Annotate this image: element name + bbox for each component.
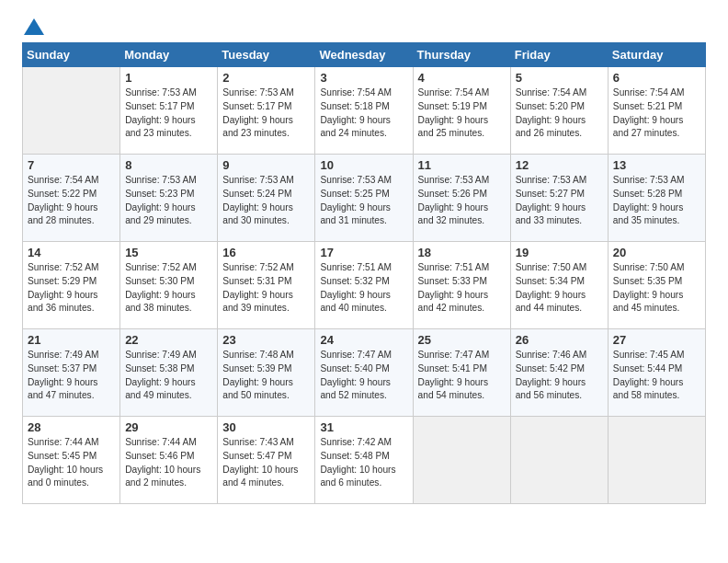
cell-info: Sunrise: 7:45 AMSunset: 5:44 PMDaylight:… xyxy=(613,350,685,400)
calendar-cell xyxy=(413,417,510,504)
cell-info: Sunrise: 7:53 AMSunset: 5:27 PMDaylight:… xyxy=(516,175,587,225)
calendar-cell: 31Sunrise: 7:42 AMSunset: 5:48 PMDayligh… xyxy=(315,417,413,504)
day-number: 11 xyxy=(418,158,506,172)
cell-info: Sunrise: 7:43 AMSunset: 5:47 PMDaylight:… xyxy=(222,437,298,488)
calendar-cell: 2Sunrise: 7:53 AMSunset: 5:17 PMDaylight… xyxy=(218,67,315,155)
day-number: 18 xyxy=(418,246,506,259)
cell-info: Sunrise: 7:52 AMSunset: 5:30 PMDaylight:… xyxy=(125,262,197,313)
calendar-week-5: 28Sunrise: 7:44 AMSunset: 5:45 PMDayligh… xyxy=(23,417,706,504)
day-number: 25 xyxy=(418,333,506,347)
cell-info: Sunrise: 7:47 AMSunset: 5:40 PMDaylight:… xyxy=(320,350,392,400)
cell-info: Sunrise: 7:49 AMSunset: 5:37 PMDaylight:… xyxy=(28,350,99,400)
day-number: 31 xyxy=(320,420,407,434)
cell-info: Sunrise: 7:49 AMSunset: 5:38 PMDaylight:… xyxy=(125,350,197,400)
weekday-header-tuesday: Tuesday xyxy=(218,43,315,67)
day-number: 16 xyxy=(222,246,310,259)
calendar-cell xyxy=(510,417,608,504)
calendar-cell: 18Sunrise: 7:51 AMSunset: 5:33 PMDayligh… xyxy=(413,242,510,329)
cell-info: Sunrise: 7:44 AMSunset: 5:45 PMDaylight:… xyxy=(28,437,103,488)
calendar-cell: 29Sunrise: 7:44 AMSunset: 5:46 PMDayligh… xyxy=(120,417,218,504)
day-number: 20 xyxy=(613,246,700,259)
day-number: 21 xyxy=(28,333,115,347)
calendar-cell: 8Sunrise: 7:53 AMSunset: 5:23 PMDaylight… xyxy=(120,155,218,242)
calendar-cell: 27Sunrise: 7:45 AMSunset: 5:44 PMDayligh… xyxy=(608,329,705,417)
calendar-cell: 9Sunrise: 7:53 AMSunset: 5:24 PMDaylight… xyxy=(218,155,315,242)
cell-info: Sunrise: 7:54 AMSunset: 5:18 PMDaylight:… xyxy=(320,87,392,138)
calendar-cell: 21Sunrise: 7:49 AMSunset: 5:37 PMDayligh… xyxy=(23,329,120,417)
day-number: 29 xyxy=(125,420,212,434)
day-number: 6 xyxy=(613,71,700,85)
calendar-cell: 4Sunrise: 7:54 AMSunset: 5:19 PMDaylight… xyxy=(413,67,510,155)
calendar-cell: 7Sunrise: 7:54 AMSunset: 5:22 PMDaylight… xyxy=(23,155,120,242)
cell-info: Sunrise: 7:54 AMSunset: 5:20 PMDaylight:… xyxy=(516,87,587,138)
calendar-cell: 6Sunrise: 7:54 AMSunset: 5:21 PMDaylight… xyxy=(608,67,705,155)
cell-info: Sunrise: 7:53 AMSunset: 5:17 PMDaylight:… xyxy=(222,87,294,138)
cell-info: Sunrise: 7:53 AMSunset: 5:28 PMDaylight:… xyxy=(613,175,685,225)
calendar-cell: 20Sunrise: 7:50 AMSunset: 5:35 PMDayligh… xyxy=(608,242,705,329)
day-number: 26 xyxy=(516,333,603,347)
calendar-week-2: 7Sunrise: 7:54 AMSunset: 5:22 PMDaylight… xyxy=(23,155,706,242)
cell-info: Sunrise: 7:54 AMSunset: 5:22 PMDaylight:… xyxy=(28,175,99,225)
logo xyxy=(22,18,44,29)
day-number: 12 xyxy=(516,158,603,172)
cell-info: Sunrise: 7:53 AMSunset: 5:25 PMDaylight:… xyxy=(320,175,392,225)
calendar-cell: 24Sunrise: 7:47 AMSunset: 5:40 PMDayligh… xyxy=(315,329,413,417)
calendar-cell: 12Sunrise: 7:53 AMSunset: 5:27 PMDayligh… xyxy=(510,155,608,242)
cell-info: Sunrise: 7:48 AMSunset: 5:39 PMDaylight:… xyxy=(222,350,294,400)
cell-info: Sunrise: 7:52 AMSunset: 5:31 PMDaylight:… xyxy=(222,262,294,313)
cell-info: Sunrise: 7:52 AMSunset: 5:29 PMDaylight:… xyxy=(28,262,99,313)
day-number: 8 xyxy=(125,158,212,172)
cell-info: Sunrise: 7:50 AMSunset: 5:35 PMDaylight:… xyxy=(613,262,685,313)
weekday-header-wednesday: Wednesday xyxy=(315,43,413,67)
calendar-cell xyxy=(608,417,705,504)
weekday-header-monday: Monday xyxy=(120,43,218,67)
calendar-table: SundayMondayTuesdayWednesdayThursdayFrid… xyxy=(22,42,706,504)
day-number: 7 xyxy=(28,158,115,172)
svg-marker-0 xyxy=(24,18,44,35)
calendar-cell: 28Sunrise: 7:44 AMSunset: 5:45 PMDayligh… xyxy=(23,417,120,504)
day-number: 1 xyxy=(125,71,212,85)
logo-icon xyxy=(24,18,44,35)
page-header xyxy=(22,18,706,29)
day-number: 2 xyxy=(222,71,310,85)
day-number: 3 xyxy=(320,71,407,85)
cell-info: Sunrise: 7:46 AMSunset: 5:42 PMDaylight:… xyxy=(516,350,587,400)
cell-info: Sunrise: 7:51 AMSunset: 5:33 PMDaylight:… xyxy=(418,262,490,313)
day-number: 19 xyxy=(516,246,603,259)
cell-info: Sunrise: 7:44 AMSunset: 5:46 PMDaylight:… xyxy=(125,437,200,488)
calendar-cell: 11Sunrise: 7:53 AMSunset: 5:26 PMDayligh… xyxy=(413,155,510,242)
day-number: 17 xyxy=(320,246,407,259)
weekday-header-saturday: Saturday xyxy=(608,43,705,67)
cell-info: Sunrise: 7:42 AMSunset: 5:48 PMDaylight:… xyxy=(320,437,395,488)
calendar-cell: 14Sunrise: 7:52 AMSunset: 5:29 PMDayligh… xyxy=(23,242,120,329)
calendar-cell: 1Sunrise: 7:53 AMSunset: 5:17 PMDaylight… xyxy=(120,67,218,155)
cell-info: Sunrise: 7:53 AMSunset: 5:17 PMDaylight:… xyxy=(125,87,197,138)
calendar-cell: 22Sunrise: 7:49 AMSunset: 5:38 PMDayligh… xyxy=(120,329,218,417)
calendar-cell: 10Sunrise: 7:53 AMSunset: 5:25 PMDayligh… xyxy=(315,155,413,242)
calendar-cell: 15Sunrise: 7:52 AMSunset: 5:30 PMDayligh… xyxy=(120,242,218,329)
calendar-cell: 5Sunrise: 7:54 AMSunset: 5:20 PMDaylight… xyxy=(510,67,608,155)
day-number: 9 xyxy=(222,158,310,172)
day-number: 4 xyxy=(418,71,506,85)
day-number: 28 xyxy=(28,420,115,434)
day-number: 15 xyxy=(125,246,212,259)
calendar-week-1: 1Sunrise: 7:53 AMSunset: 5:17 PMDaylight… xyxy=(23,67,706,155)
calendar-cell: 23Sunrise: 7:48 AMSunset: 5:39 PMDayligh… xyxy=(218,329,315,417)
cell-info: Sunrise: 7:54 AMSunset: 5:21 PMDaylight:… xyxy=(613,87,685,138)
cell-info: Sunrise: 7:53 AMSunset: 5:26 PMDaylight:… xyxy=(418,175,490,225)
cell-info: Sunrise: 7:53 AMSunset: 5:23 PMDaylight:… xyxy=(125,175,197,225)
day-number: 5 xyxy=(516,71,603,85)
day-number: 10 xyxy=(320,158,407,172)
cell-info: Sunrise: 7:54 AMSunset: 5:19 PMDaylight:… xyxy=(418,87,490,138)
weekday-header-sunday: Sunday xyxy=(23,43,120,67)
cell-info: Sunrise: 7:51 AMSunset: 5:32 PMDaylight:… xyxy=(320,262,392,313)
cell-info: Sunrise: 7:50 AMSunset: 5:34 PMDaylight:… xyxy=(516,262,587,313)
calendar-cell: 26Sunrise: 7:46 AMSunset: 5:42 PMDayligh… xyxy=(510,329,608,417)
day-number: 14 xyxy=(28,246,115,259)
calendar-cell: 25Sunrise: 7:47 AMSunset: 5:41 PMDayligh… xyxy=(413,329,510,417)
day-number: 27 xyxy=(613,333,700,347)
calendar-cell: 30Sunrise: 7:43 AMSunset: 5:47 PMDayligh… xyxy=(218,417,315,504)
calendar-cell: 19Sunrise: 7:50 AMSunset: 5:34 PMDayligh… xyxy=(510,242,608,329)
cell-info: Sunrise: 7:47 AMSunset: 5:41 PMDaylight:… xyxy=(418,350,490,400)
day-number: 30 xyxy=(222,420,310,434)
